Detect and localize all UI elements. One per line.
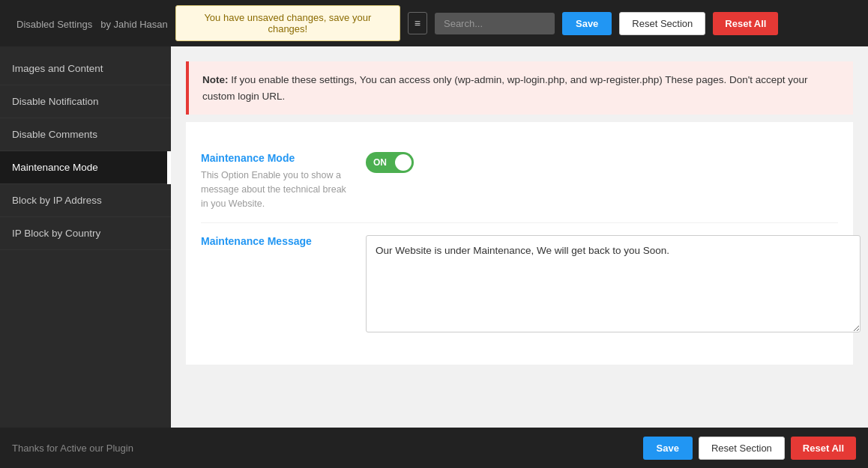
footer-reset-section-button[interactable]: Reset Section <box>699 437 785 460</box>
main-layout: Images and Content Disable Notification … <box>0 46 868 428</box>
sidebar-item-block-by-ip[interactable]: Block by IP Address <box>0 184 171 217</box>
maintenance-message-label: Maintenance Message <box>201 235 351 247</box>
sidebar-item-wrapper-disable-notification: Disable Notification <box>0 85 171 118</box>
toggle-container: ON <box>366 152 807 173</box>
maintenance-mode-control: ON <box>366 152 807 173</box>
footer: Thanks for Active our Plugin Save Reset … <box>0 428 868 468</box>
sidebar-item-wrapper-disable-comments: Disable Comments <box>0 118 171 151</box>
sidebar-item-wrapper-block-by-ip: Block by IP Address <box>0 184 171 217</box>
sidebar-item-disable-notification[interactable]: Disable Notification <box>0 85 171 118</box>
footer-save-button[interactable]: Save <box>643 437 693 460</box>
maintenance-message-textarea[interactable] <box>366 235 861 332</box>
menu-icon-button[interactable]: ≡ <box>408 12 427 34</box>
maintenance-mode-label-col: Maintenance Mode This Option Enable you … <box>201 152 351 210</box>
note-prefix: Note: <box>202 74 231 85</box>
settings-area: Maintenance Mode This Option Enable you … <box>186 122 853 365</box>
sidebar-item-ip-block-country[interactable]: IP Block by Country <box>0 217 171 250</box>
note-box: Note: If you enable these settings, You … <box>186 61 853 115</box>
unsaved-notice: You have unsaved changes, save your chan… <box>175 5 400 41</box>
toggle-knob <box>395 154 412 171</box>
sidebar-item-wrapper-images-content: Images and Content <box>0 52 171 85</box>
header: Disabled Settings by Jahid Hasan You hav… <box>0 0 868 46</box>
maintenance-message-control <box>366 235 861 335</box>
maintenance-message-label-col: Maintenance Message <box>201 235 351 252</box>
footer-text: Thanks for Active our Plugin <box>12 443 133 454</box>
maintenance-mode-label: Maintenance Mode <box>201 152 351 164</box>
header-reset-section-button[interactable]: Reset Section <box>619 12 705 35</box>
sidebar-item-images-content[interactable]: Images and Content <box>0 52 171 85</box>
footer-buttons: Save Reset Section Reset All <box>643 437 856 460</box>
sidebar-item-maintenance-mode[interactable]: Maintenance Mode <box>0 151 171 184</box>
maintenance-mode-description: This Option Enable you to show a message… <box>201 168 351 210</box>
sidebar-item-wrapper-ip-block-country: IP Block by Country <box>0 217 171 250</box>
note-text: If you enable these settings, You can ac… <box>202 74 808 102</box>
title-text: Disabled Settings <box>16 19 92 30</box>
search-input[interactable] <box>435 13 555 34</box>
maintenance-mode-row: Maintenance Mode This Option Enable you … <box>201 140 838 223</box>
sidebar-item-disable-comments[interactable]: Disable Comments <box>0 118 171 151</box>
footer-reset-all-button[interactable]: Reset All <box>791 437 856 460</box>
app-title: Disabled Settings by Jahid Hasan <box>12 16 168 31</box>
sidebar: Images and Content Disable Notification … <box>0 46 171 428</box>
header-save-button[interactable]: Save <box>562 12 612 35</box>
maintenance-mode-toggle[interactable]: ON <box>366 152 414 173</box>
subtitle-text: by Jahid Hasan <box>100 19 168 30</box>
sidebar-item-wrapper-maintenance-mode: Maintenance Mode <box>0 151 171 184</box>
active-indicator <box>167 151 171 184</box>
header-reset-all-button[interactable]: Reset All <box>713 12 778 35</box>
toggle-label: ON <box>373 157 387 168</box>
maintenance-message-row: Maintenance Message <box>201 223 838 347</box>
main-content: Note: If you enable these settings, You … <box>171 46 868 428</box>
